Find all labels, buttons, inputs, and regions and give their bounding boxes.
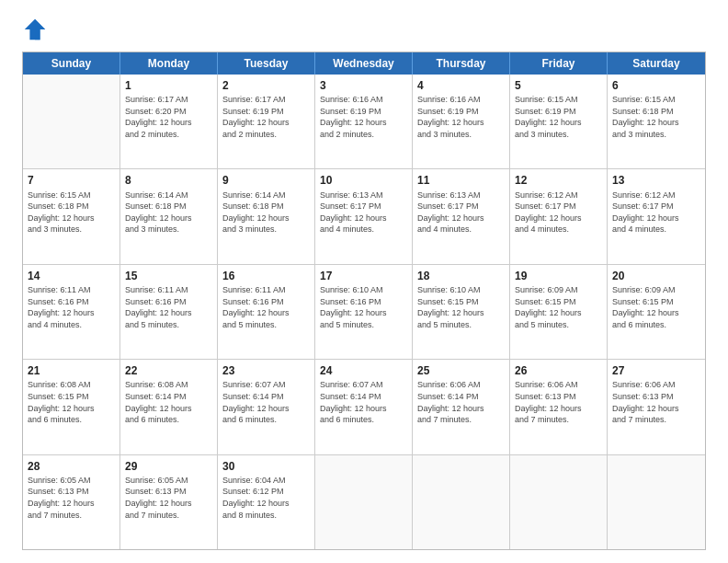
day-number: 12	[515, 173, 602, 188]
header-day-wednesday: Wednesday	[315, 52, 413, 75]
calendar-day-26: 26Sunrise: 6:06 AM Sunset: 6:13 PM Dayli…	[510, 360, 608, 454]
day-number: 20	[612, 269, 700, 283]
day-number: 18	[417, 269, 505, 283]
day-info: Sunrise: 6:11 AM Sunset: 6:16 PM Dayligh…	[222, 284, 310, 330]
calendar-day-24: 24Sunrise: 6:07 AM Sunset: 6:14 PM Dayli…	[315, 360, 413, 454]
day-number: 2	[222, 78, 310, 93]
calendar-day-5: 5Sunrise: 6:15 AM Sunset: 6:19 PM Daylig…	[510, 75, 608, 168]
calendar-day-19: 19Sunrise: 6:09 AM Sunset: 6:15 PM Dayli…	[510, 265, 608, 359]
calendar-day-12: 12Sunrise: 6:12 AM Sunset: 6:17 PM Dayli…	[510, 169, 608, 263]
page-header	[22, 17, 706, 42]
day-info: Sunrise: 6:12 AM Sunset: 6:17 PM Dayligh…	[515, 190, 602, 236]
day-number: 10	[320, 173, 407, 188]
day-number: 5	[515, 78, 602, 93]
day-info: Sunrise: 6:11 AM Sunset: 6:16 PM Dayligh…	[28, 284, 115, 330]
header-day-saturday: Saturday	[608, 52, 705, 75]
calendar-day-8: 8Sunrise: 6:14 AM Sunset: 6:18 PM Daylig…	[120, 169, 218, 263]
day-number: 25	[417, 363, 505, 378]
day-info: Sunrise: 6:10 AM Sunset: 6:16 PM Dayligh…	[320, 284, 407, 330]
day-number: 9	[222, 173, 310, 188]
day-info: Sunrise: 6:14 AM Sunset: 6:18 PM Dayligh…	[222, 190, 310, 236]
day-number: 3	[320, 78, 407, 93]
day-info: Sunrise: 6:05 AM Sunset: 6:13 PM Dayligh…	[125, 475, 212, 521]
day-number: 27	[612, 363, 700, 378]
calendar-row-3: 21Sunrise: 6:08 AM Sunset: 6:15 PM Dayli…	[23, 360, 705, 454]
calendar-day-6: 6Sunrise: 6:15 AM Sunset: 6:18 PM Daylig…	[608, 75, 705, 168]
day-number: 23	[222, 363, 310, 378]
header-day-friday: Friday	[510, 52, 608, 75]
calendar-empty-cell	[413, 455, 510, 549]
calendar-day-25: 25Sunrise: 6:06 AM Sunset: 6:14 PM Dayli…	[413, 360, 510, 454]
day-info: Sunrise: 6:14 AM Sunset: 6:18 PM Dayligh…	[125, 190, 212, 236]
calendar-row-2: 14Sunrise: 6:11 AM Sunset: 6:16 PM Dayli…	[23, 265, 705, 360]
day-info: Sunrise: 6:17 AM Sunset: 6:20 PM Dayligh…	[125, 94, 212, 140]
calendar-day-2: 2Sunrise: 6:17 AM Sunset: 6:19 PM Daylig…	[218, 75, 315, 168]
calendar-day-3: 3Sunrise: 6:16 AM Sunset: 6:19 PM Daylig…	[315, 75, 413, 168]
day-number: 24	[320, 363, 407, 378]
calendar-day-9: 9Sunrise: 6:14 AM Sunset: 6:18 PM Daylig…	[218, 169, 315, 263]
calendar-day-14: 14Sunrise: 6:11 AM Sunset: 6:16 PM Dayli…	[23, 265, 120, 359]
day-info: Sunrise: 6:06 AM Sunset: 6:13 PM Dayligh…	[515, 379, 602, 425]
day-info: Sunrise: 6:07 AM Sunset: 6:14 PM Dayligh…	[222, 379, 310, 425]
calendar-row-1: 7Sunrise: 6:15 AM Sunset: 6:18 PM Daylig…	[23, 169, 705, 264]
svg-marker-1	[35, 19, 45, 40]
calendar-day-13: 13Sunrise: 6:12 AM Sunset: 6:17 PM Dayli…	[608, 169, 705, 263]
calendar-day-4: 4Sunrise: 6:16 AM Sunset: 6:19 PM Daylig…	[413, 75, 510, 168]
calendar-day-22: 22Sunrise: 6:08 AM Sunset: 6:14 PM Dayli…	[120, 360, 218, 454]
calendar-day-21: 21Sunrise: 6:08 AM Sunset: 6:15 PM Dayli…	[23, 360, 120, 454]
day-number: 17	[320, 269, 407, 283]
day-info: Sunrise: 6:04 AM Sunset: 6:12 PM Dayligh…	[222, 475, 310, 521]
calendar-day-29: 29Sunrise: 6:05 AM Sunset: 6:13 PM Dayli…	[120, 455, 218, 549]
calendar-day-28: 28Sunrise: 6:05 AM Sunset: 6:13 PM Dayli…	[23, 455, 120, 549]
calendar-day-7: 7Sunrise: 6:15 AM Sunset: 6:18 PM Daylig…	[23, 169, 120, 263]
day-info: Sunrise: 6:13 AM Sunset: 6:17 PM Dayligh…	[417, 190, 505, 236]
calendar-day-20: 20Sunrise: 6:09 AM Sunset: 6:15 PM Dayli…	[608, 265, 705, 359]
day-number: 4	[417, 78, 505, 93]
calendar-day-1: 1Sunrise: 6:17 AM Sunset: 6:20 PM Daylig…	[120, 75, 218, 168]
calendar-day-15: 15Sunrise: 6:11 AM Sunset: 6:16 PM Dayli…	[120, 265, 218, 359]
day-number: 19	[515, 269, 602, 283]
day-info: Sunrise: 6:16 AM Sunset: 6:19 PM Dayligh…	[417, 94, 505, 140]
calendar-day-11: 11Sunrise: 6:13 AM Sunset: 6:17 PM Dayli…	[413, 169, 510, 263]
calendar: SundayMondayTuesdayWednesdayThursdayFrid…	[22, 52, 706, 550]
day-number: 11	[417, 173, 505, 188]
day-number: 7	[28, 173, 115, 188]
day-number: 30	[222, 459, 310, 474]
day-number: 8	[125, 173, 212, 188]
day-info: Sunrise: 6:08 AM Sunset: 6:15 PM Dayligh…	[28, 379, 115, 425]
calendar-day-16: 16Sunrise: 6:11 AM Sunset: 6:16 PM Dayli…	[218, 265, 315, 359]
day-info: Sunrise: 6:05 AM Sunset: 6:13 PM Dayligh…	[28, 475, 115, 521]
day-info: Sunrise: 6:09 AM Sunset: 6:15 PM Dayligh…	[515, 284, 602, 330]
logo-icon	[22, 17, 48, 42]
day-number: 26	[515, 363, 602, 378]
calendar-row-0: 1Sunrise: 6:17 AM Sunset: 6:20 PM Daylig…	[23, 75, 705, 169]
header-day-monday: Monday	[120, 52, 218, 75]
calendar-day-30: 30Sunrise: 6:04 AM Sunset: 6:12 PM Dayli…	[218, 455, 315, 549]
day-info: Sunrise: 6:09 AM Sunset: 6:15 PM Dayligh…	[612, 284, 700, 330]
header-day-sunday: Sunday	[23, 52, 120, 75]
header-day-tuesday: Tuesday	[218, 52, 315, 75]
day-number: 15	[125, 269, 212, 283]
calendar-day-10: 10Sunrise: 6:13 AM Sunset: 6:17 PM Dayli…	[315, 169, 413, 263]
day-info: Sunrise: 6:06 AM Sunset: 6:13 PM Dayligh…	[612, 379, 700, 425]
day-info: Sunrise: 6:10 AM Sunset: 6:15 PM Dayligh…	[417, 284, 505, 330]
day-info: Sunrise: 6:15 AM Sunset: 6:19 PM Dayligh…	[515, 94, 602, 140]
day-info: Sunrise: 6:13 AM Sunset: 6:17 PM Dayligh…	[320, 190, 407, 236]
calendar-empty-cell	[510, 455, 608, 549]
header-day-thursday: Thursday	[413, 52, 510, 75]
day-number: 6	[612, 78, 700, 93]
day-info: Sunrise: 6:16 AM Sunset: 6:19 PM Dayligh…	[320, 94, 407, 140]
day-number: 1	[125, 78, 212, 93]
logo	[22, 17, 51, 42]
calendar-day-17: 17Sunrise: 6:10 AM Sunset: 6:16 PM Dayli…	[315, 265, 413, 359]
day-info: Sunrise: 6:08 AM Sunset: 6:14 PM Dayligh…	[125, 379, 212, 425]
day-info: Sunrise: 6:12 AM Sunset: 6:17 PM Dayligh…	[612, 190, 700, 236]
day-info: Sunrise: 6:06 AM Sunset: 6:14 PM Dayligh…	[417, 379, 505, 425]
day-info: Sunrise: 6:15 AM Sunset: 6:18 PM Dayligh…	[28, 190, 115, 236]
calendar-day-27: 27Sunrise: 6:06 AM Sunset: 6:13 PM Dayli…	[608, 360, 705, 454]
day-number: 21	[28, 363, 115, 378]
calendar-day-18: 18Sunrise: 6:10 AM Sunset: 6:15 PM Dayli…	[413, 265, 510, 359]
day-number: 28	[28, 459, 115, 474]
day-number: 13	[612, 173, 700, 188]
day-info: Sunrise: 6:17 AM Sunset: 6:19 PM Dayligh…	[222, 94, 310, 140]
